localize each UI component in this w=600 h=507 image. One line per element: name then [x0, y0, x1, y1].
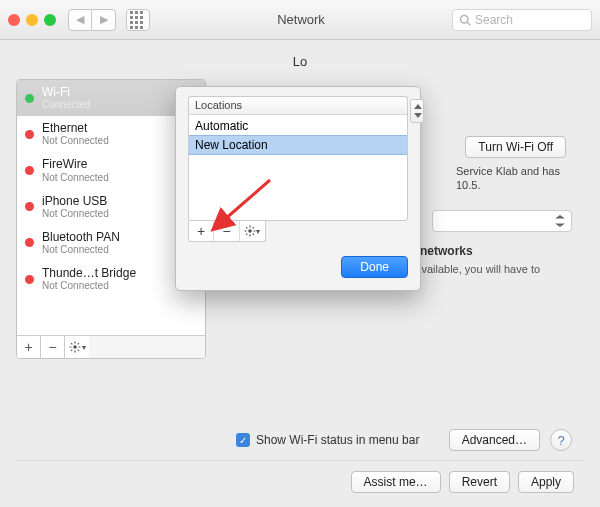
search-icon: [459, 14, 471, 26]
titlebar: ◀ ▶ Network Search: [0, 0, 600, 40]
svg-line-19: [77, 350, 78, 351]
status-dot-icon: [25, 275, 34, 284]
service-name: FireWire: [42, 158, 167, 171]
network-name-select[interactable]: [432, 210, 572, 232]
separator: [16, 460, 584, 461]
close-window-button[interactable]: [8, 14, 20, 26]
svg-line-27: [246, 227, 247, 228]
assist-me-button[interactable]: Assist me…: [351, 471, 441, 493]
networks-heading: networks: [420, 244, 473, 258]
status-dot-icon: [25, 94, 34, 103]
locations-list[interactable]: Locations Automatic New Location: [188, 97, 408, 221]
revert-button[interactable]: Revert: [449, 471, 510, 493]
service-name: Wi-Fi: [42, 86, 167, 99]
show-all-button[interactable]: [126, 9, 150, 31]
svg-point-13: [73, 345, 77, 349]
locations-footer: + − ▾: [188, 221, 266, 242]
zoom-window-button[interactable]: [44, 14, 56, 26]
service-status: Not Connected: [42, 135, 167, 146]
remove-service-button[interactable]: −: [41, 336, 65, 358]
svg-line-18: [71, 343, 72, 344]
checkbox-checked-icon[interactable]: ✓: [236, 433, 250, 447]
svg-line-21: [77, 343, 78, 344]
status-dot-icon: [25, 130, 34, 139]
advanced-button[interactable]: Advanced…: [449, 429, 540, 451]
service-name: Bluetooth PAN: [42, 231, 167, 244]
svg-line-29: [246, 234, 247, 235]
service-status: Not Connected: [42, 208, 167, 219]
search-field[interactable]: Search: [452, 9, 592, 31]
sidebar-footer: + − ▾: [17, 335, 205, 358]
service-status: Not Connected: [42, 244, 167, 255]
status-dot-icon: [25, 202, 34, 211]
service-name: Thunde…t Bridge: [42, 267, 167, 280]
service-name: Ethernet: [42, 122, 167, 135]
forward-button[interactable]: ▶: [92, 9, 116, 31]
bottom-buttons: Assist me… Revert Apply: [351, 471, 574, 493]
svg-line-20: [71, 350, 72, 351]
locations-popover: Locations Automatic New Location + − ▾ D…: [175, 86, 421, 291]
window-title: Network: [156, 12, 446, 27]
location-item[interactable]: Automatic: [189, 117, 407, 135]
location-item-selected[interactable]: New Location: [189, 135, 407, 155]
help-button[interactable]: ?: [550, 429, 572, 451]
add-location-button[interactable]: +: [189, 221, 214, 241]
service-name: iPhone USB: [42, 195, 167, 208]
gear-icon: [244, 225, 256, 237]
show-wifi-status-row[interactable]: ✓ Show Wi-Fi status in menu bar: [236, 433, 419, 447]
service-status: Not Connected: [42, 280, 167, 291]
turn-wifi-off-button[interactable]: Turn Wi-Fi Off: [465, 136, 566, 158]
apply-button[interactable]: Apply: [518, 471, 574, 493]
location-label: Lo: [16, 54, 584, 69]
back-button[interactable]: ◀: [68, 9, 92, 31]
svg-line-1: [467, 22, 470, 25]
locations-stepper[interactable]: [410, 99, 424, 123]
locations-header: Locations: [188, 97, 408, 115]
traffic-lights: [8, 14, 56, 26]
location-actions-button[interactable]: ▾: [240, 221, 265, 241]
remove-location-button[interactable]: −: [214, 221, 239, 241]
svg-point-0: [461, 15, 469, 23]
svg-point-22: [249, 229, 253, 233]
status-text: Service Klab and has10.5.: [456, 164, 566, 193]
search-placeholder: Search: [475, 13, 513, 27]
status-dot-icon: [25, 166, 34, 175]
svg-line-28: [253, 234, 254, 235]
gear-icon: [69, 341, 81, 353]
nav-buttons: ◀ ▶: [68, 9, 116, 31]
service-actions-button[interactable]: ▾: [65, 336, 89, 358]
service-status: Connected: [42, 99, 167, 110]
done-button[interactable]: Done: [341, 256, 408, 278]
svg-line-30: [253, 227, 254, 228]
checkbox-label: Show Wi-Fi status in menu bar: [256, 433, 419, 447]
add-service-button[interactable]: +: [17, 336, 41, 358]
content-area: Lo Wi-Fi Connected EthernetNot Connected…: [0, 40, 600, 507]
status-dot-icon: [25, 238, 34, 247]
service-status: Not Connected: [42, 172, 167, 183]
minimize-window-button[interactable]: [26, 14, 38, 26]
